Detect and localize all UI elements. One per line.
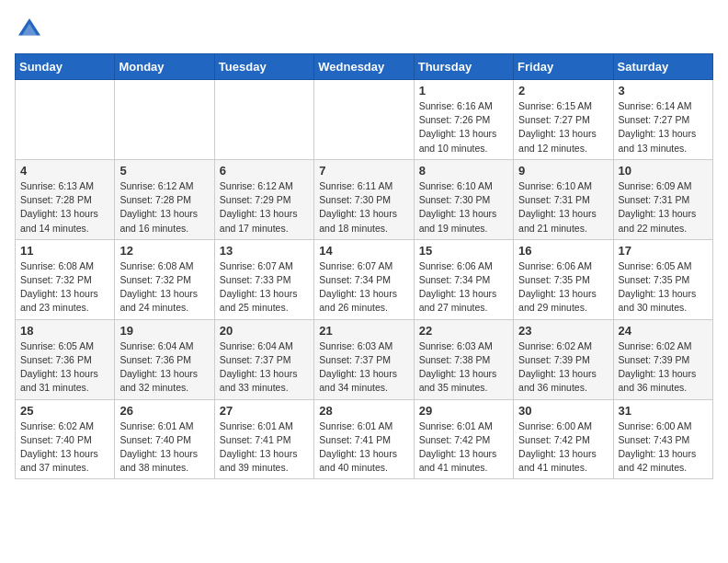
calendar-cell [314,80,414,160]
calendar-cell: 2Sunrise: 6:15 AM Sunset: 7:27 PM Daylig… [514,80,613,160]
weekday-header-saturday: Saturday [613,54,712,80]
day-number: 7 [319,164,408,178]
day-info: Sunrise: 6:07 AM Sunset: 7:34 PM Dayligh… [319,259,408,316]
day-number: 20 [220,324,309,338]
calendar-week-4: 18Sunrise: 6:05 AM Sunset: 7:36 PM Dayli… [16,319,713,399]
day-number: 3 [619,84,708,98]
day-info: Sunrise: 6:04 AM Sunset: 7:36 PM Dayligh… [119,339,209,396]
calendar-cell: 21Sunrise: 6:03 AM Sunset: 7:37 PM Dayli… [314,319,414,399]
calendar-cell: 26Sunrise: 6:01 AM Sunset: 7:40 PM Dayli… [115,399,214,479]
day-info: Sunrise: 6:12 AM Sunset: 7:28 PM Dayligh… [119,179,209,236]
calendar-cell: 5Sunrise: 6:12 AM Sunset: 7:28 PM Daylig… [115,159,214,239]
page-header [15,15,713,44]
day-number: 19 [119,324,209,338]
calendar-cell: 8Sunrise: 6:10 AM Sunset: 7:30 PM Daylig… [414,159,513,239]
day-number: 16 [518,244,608,258]
day-number: 22 [419,324,508,338]
day-number: 10 [619,164,708,178]
day-number: 2 [518,84,608,98]
day-number: 24 [619,324,708,338]
weekday-header-sunday: Sunday [16,54,115,80]
day-number: 9 [518,164,608,178]
calendar-cell [16,80,115,160]
calendar-cell: 16Sunrise: 6:06 AM Sunset: 7:35 PM Dayli… [514,239,613,319]
day-info: Sunrise: 6:06 AM Sunset: 7:34 PM Dayligh… [419,259,508,316]
day-info: Sunrise: 6:02 AM Sunset: 7:39 PM Dayligh… [619,339,708,396]
calendar-week-3: 11Sunrise: 6:08 AM Sunset: 7:32 PM Dayli… [16,239,713,319]
day-info: Sunrise: 6:01 AM Sunset: 7:40 PM Dayligh… [119,419,209,476]
weekday-header-monday: Monday [115,54,214,80]
calendar-cell: 12Sunrise: 6:08 AM Sunset: 7:32 PM Dayli… [115,239,214,319]
calendar-cell: 18Sunrise: 6:05 AM Sunset: 7:36 PM Dayli… [16,319,115,399]
calendar-week-5: 25Sunrise: 6:02 AM Sunset: 7:40 PM Dayli… [16,399,713,479]
day-number: 31 [619,404,708,418]
day-number: 17 [619,244,708,258]
calendar-cell: 10Sunrise: 6:09 AM Sunset: 7:31 PM Dayli… [613,159,712,239]
day-number: 30 [518,404,608,418]
day-number: 23 [518,324,608,338]
calendar-cell: 24Sunrise: 6:02 AM Sunset: 7:39 PM Dayli… [613,319,712,399]
day-info: Sunrise: 6:08 AM Sunset: 7:32 PM Dayligh… [119,259,209,316]
calendar-cell: 20Sunrise: 6:04 AM Sunset: 7:37 PM Dayli… [214,319,313,399]
day-number: 29 [419,404,508,418]
calendar-cell: 17Sunrise: 6:05 AM Sunset: 7:35 PM Dayli… [613,239,712,319]
calendar-cell: 4Sunrise: 6:13 AM Sunset: 7:28 PM Daylig… [16,159,115,239]
calendar-cell: 28Sunrise: 6:01 AM Sunset: 7:41 PM Dayli… [314,399,414,479]
calendar-cell [214,80,313,160]
day-info: Sunrise: 6:05 AM Sunset: 7:36 PM Dayligh… [20,339,109,396]
day-info: Sunrise: 6:06 AM Sunset: 7:35 PM Dayligh… [518,259,608,316]
weekday-header-tuesday: Tuesday [214,54,313,80]
calendar-cell: 14Sunrise: 6:07 AM Sunset: 7:34 PM Dayli… [314,239,414,319]
day-number: 25 [20,404,109,418]
day-info: Sunrise: 6:15 AM Sunset: 7:27 PM Dayligh… [518,99,608,155]
calendar-week-2: 4Sunrise: 6:13 AM Sunset: 7:28 PM Daylig… [16,159,713,239]
day-info: Sunrise: 6:14 AM Sunset: 7:27 PM Dayligh… [619,99,708,155]
day-info: Sunrise: 6:10 AM Sunset: 7:30 PM Dayligh… [419,179,508,236]
calendar-cell: 19Sunrise: 6:04 AM Sunset: 7:36 PM Dayli… [115,319,214,399]
day-number: 1 [419,84,508,98]
day-number: 14 [319,244,408,258]
day-info: Sunrise: 6:10 AM Sunset: 7:31 PM Dayligh… [518,179,608,236]
day-info: Sunrise: 6:01 AM Sunset: 7:41 PM Dayligh… [319,419,408,476]
calendar-cell: 11Sunrise: 6:08 AM Sunset: 7:32 PM Dayli… [16,239,115,319]
day-info: Sunrise: 6:01 AM Sunset: 7:41 PM Dayligh… [220,419,309,476]
calendar-cell: 31Sunrise: 6:00 AM Sunset: 7:43 PM Dayli… [613,399,712,479]
day-info: Sunrise: 6:00 AM Sunset: 7:42 PM Dayligh… [518,419,608,476]
calendar-cell: 27Sunrise: 6:01 AM Sunset: 7:41 PM Dayli… [214,399,313,479]
calendar-cell: 23Sunrise: 6:02 AM Sunset: 7:39 PM Dayli… [514,319,613,399]
day-info: Sunrise: 6:07 AM Sunset: 7:33 PM Dayligh… [220,259,309,316]
calendar-cell: 29Sunrise: 6:01 AM Sunset: 7:42 PM Dayli… [414,399,513,479]
calendar-cell [115,80,214,160]
calendar-header-row: SundayMondayTuesdayWednesdayThursdayFrid… [16,54,713,80]
day-number: 5 [119,164,209,178]
calendar-week-1: 1Sunrise: 6:16 AM Sunset: 7:26 PM Daylig… [16,80,713,160]
day-info: Sunrise: 6:12 AM Sunset: 7:29 PM Dayligh… [220,179,309,236]
calendar-table: SundayMondayTuesdayWednesdayThursdayFrid… [15,53,713,479]
day-number: 28 [319,404,408,418]
day-info: Sunrise: 6:08 AM Sunset: 7:32 PM Dayligh… [20,259,109,316]
calendar-cell: 1Sunrise: 6:16 AM Sunset: 7:26 PM Daylig… [414,80,513,160]
calendar-cell: 30Sunrise: 6:00 AM Sunset: 7:42 PM Dayli… [514,399,613,479]
logo-icon [15,15,44,44]
day-info: Sunrise: 6:04 AM Sunset: 7:37 PM Dayligh… [220,339,309,396]
calendar-cell: 6Sunrise: 6:12 AM Sunset: 7:29 PM Daylig… [214,159,313,239]
calendar-cell: 22Sunrise: 6:03 AM Sunset: 7:38 PM Dayli… [414,319,513,399]
day-info: Sunrise: 6:00 AM Sunset: 7:43 PM Dayligh… [619,419,708,476]
day-info: Sunrise: 6:02 AM Sunset: 7:40 PM Dayligh… [20,419,109,476]
day-number: 6 [220,164,309,178]
day-info: Sunrise: 6:16 AM Sunset: 7:26 PM Dayligh… [419,99,508,155]
day-number: 11 [20,244,109,258]
day-info: Sunrise: 6:09 AM Sunset: 7:31 PM Dayligh… [619,179,708,236]
weekday-header-friday: Friday [514,54,613,80]
day-info: Sunrise: 6:05 AM Sunset: 7:35 PM Dayligh… [619,259,708,316]
calendar-cell: 9Sunrise: 6:10 AM Sunset: 7:31 PM Daylig… [514,159,613,239]
day-info: Sunrise: 6:03 AM Sunset: 7:38 PM Dayligh… [419,339,508,396]
day-info: Sunrise: 6:13 AM Sunset: 7:28 PM Dayligh… [20,179,109,236]
day-number: 8 [419,164,508,178]
day-number: 15 [419,244,508,258]
day-number: 21 [319,324,408,338]
day-number: 4 [20,164,109,178]
calendar-cell: 3Sunrise: 6:14 AM Sunset: 7:27 PM Daylig… [613,80,712,160]
day-number: 26 [119,404,209,418]
weekday-header-thursday: Thursday [414,54,513,80]
